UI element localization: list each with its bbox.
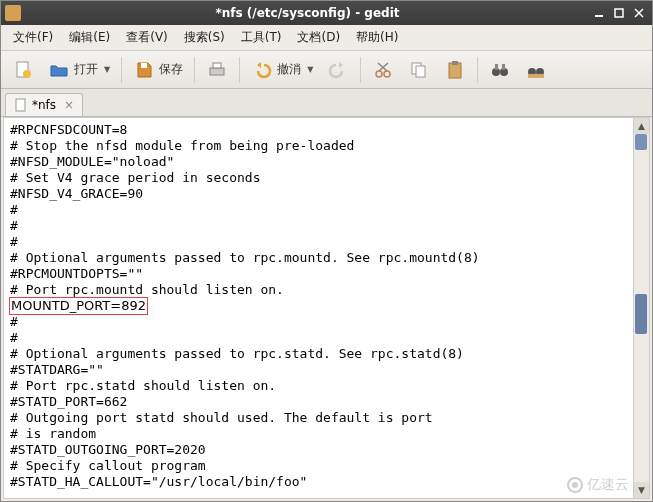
window-title: *nfs (/etc/sysconfig) - gedit [27,6,588,20]
app-icon [5,5,21,21]
replace-button[interactable] [519,56,553,84]
chevron-down-icon: ▼ [104,65,110,74]
svg-rect-23 [528,74,544,78]
paste-button[interactable] [438,56,472,84]
svg-point-10 [384,71,390,77]
svg-rect-7 [210,68,224,75]
menu-edit[interactable]: 编辑(E) [61,26,118,49]
svg-rect-24 [16,99,25,111]
tab-close-icon[interactable]: × [64,98,74,112]
redo-button[interactable] [321,56,355,84]
maximize-button[interactable] [610,5,628,21]
scroll-thumb[interactable] [635,134,647,150]
titlebar[interactable]: *nfs (/etc/sysconfig) - gedit [1,1,652,25]
undo-button[interactable]: 撤消▼ [245,56,319,84]
scroll-track[interactable] [634,134,649,482]
text-editor[interactable]: #RPCNFSDCOUNT=8 # Stop the nfsd module f… [4,118,633,498]
svg-rect-20 [502,64,505,70]
svg-point-5 [23,70,31,78]
separator [239,57,240,83]
separator [477,57,478,83]
redo-icon [327,59,349,81]
vertical-scrollbar[interactable]: ▲ ▼ [633,118,649,498]
open-label: 打开 [74,61,98,78]
open-button[interactable]: 打开▼ [42,56,116,84]
menubar: 文件(F) 编辑(E) 查看(V) 搜索(S) 工具(T) 文档(D) 帮助(H… [1,25,652,51]
cut-button[interactable] [366,56,400,84]
chevron-down-icon: ▼ [307,65,313,74]
find-button[interactable] [483,56,517,84]
menu-docs[interactable]: 文档(D) [289,26,348,49]
tab-nfs[interactable]: *nfs × [5,93,83,116]
scroll-thumb[interactable] [635,294,647,334]
tab-label: *nfs [32,98,56,112]
save-label: 保存 [159,61,183,78]
toolbar: 打开▼ 保存 撤消▼ [1,51,652,89]
undo-icon [251,59,273,81]
printer-icon [206,59,228,81]
svg-point-9 [376,71,382,77]
document-new-icon [12,59,34,81]
find-replace-icon [525,59,547,81]
scissors-icon [372,59,394,81]
save-button[interactable]: 保存 [127,56,189,84]
copy-button[interactable] [402,56,436,84]
binoculars-icon [489,59,511,81]
undo-label: 撤消 [277,61,301,78]
print-button[interactable] [200,56,234,84]
gedit-window: *nfs (/etc/sysconfig) - gedit 文件(F) 编辑(E… [0,0,653,502]
svg-rect-14 [416,66,425,77]
menu-file[interactable]: 文件(F) [5,26,61,49]
copy-icon [408,59,430,81]
separator [194,57,195,83]
folder-open-icon [48,59,70,81]
new-button[interactable] [6,56,40,84]
clipboard-icon [444,59,466,81]
separator [121,57,122,83]
tabbar: *nfs × [1,89,652,117]
svg-rect-1 [615,9,623,17]
editor-area: #RPCNFSDCOUNT=8 # Stop the nfsd module f… [3,117,650,499]
minimize-button[interactable] [590,5,608,21]
scroll-up-button[interactable]: ▲ [634,118,649,134]
svg-rect-15 [449,63,461,78]
menu-tools[interactable]: 工具(T) [233,26,290,49]
separator [360,57,361,83]
svg-rect-8 [213,63,221,68]
close-button[interactable] [630,5,648,21]
menu-help[interactable]: 帮助(H) [348,26,406,49]
svg-rect-19 [495,64,498,70]
document-icon [14,98,28,112]
menu-search[interactable]: 搜索(S) [176,26,233,49]
scroll-down-button[interactable]: ▼ [634,482,649,498]
svg-rect-6 [141,63,147,68]
menu-view[interactable]: 查看(V) [118,26,176,49]
svg-rect-16 [452,61,458,65]
save-icon [133,59,155,81]
